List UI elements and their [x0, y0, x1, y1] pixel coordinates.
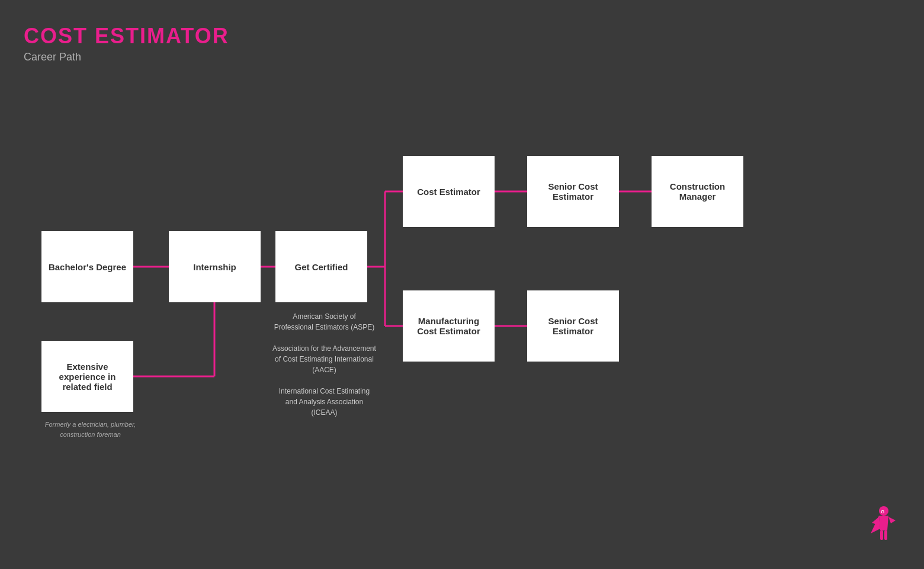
bachelors-degree-box: Bachelor's Degree [41, 231, 133, 302]
svg-marker-25 [888, 517, 896, 523]
career-diagram [0, 0, 924, 569]
svg-rect-22 [880, 530, 883, 540]
certification-aace: Association for the Advancement of Cost … [272, 344, 376, 374]
get-certified-label: Get Certified [294, 262, 348, 272]
construction-manager-box: Construction Manager [652, 156, 743, 227]
formerly-text: Formerly a electrician, plumber, constru… [45, 421, 136, 438]
get-certified-box: Get Certified [275, 231, 367, 302]
senior-cost-estimator-bottom-label: Senior Cost Estimator [533, 316, 613, 336]
formerly-annotation: Formerly a electrician, plumber, constru… [38, 420, 142, 439]
svg-marker-21 [871, 516, 880, 533]
extensive-experience-label: Extensive experience in related field [47, 362, 127, 392]
svg-marker-20 [879, 516, 888, 530]
cost-estimator-label: Cost Estimator [417, 187, 480, 197]
certifications-annotation: American Society of Professional Estimat… [272, 311, 376, 418]
certification-aspe: American Society of Professional Estimat… [274, 312, 374, 331]
manufacturing-cost-estimator-label: Manufacturing Cost Estimator [409, 316, 489, 336]
construction-manager-label: Construction Manager [657, 181, 737, 202]
logo: G [865, 504, 900, 545]
manufacturing-cost-estimator-box: Manufacturing Cost Estimator [403, 290, 495, 362]
senior-cost-estimator-top-box: Senior Cost Estimator [527, 156, 619, 227]
senior-cost-estimator-top-label: Senior Cost Estimator [533, 181, 613, 202]
senior-cost-estimator-bottom-box: Senior Cost Estimator [527, 290, 619, 362]
internship-label: Internship [193, 262, 236, 272]
extensive-experience-box: Extensive experience in related field [41, 341, 133, 412]
svg-text:G: G [881, 509, 884, 514]
certification-iceaa: International Cost Estimating and Analys… [279, 387, 370, 417]
bachelors-degree-label: Bachelor's Degree [49, 262, 126, 272]
cost-estimator-box: Cost Estimator [403, 156, 495, 227]
svg-rect-23 [884, 530, 887, 540]
internship-box: Internship [169, 231, 261, 302]
